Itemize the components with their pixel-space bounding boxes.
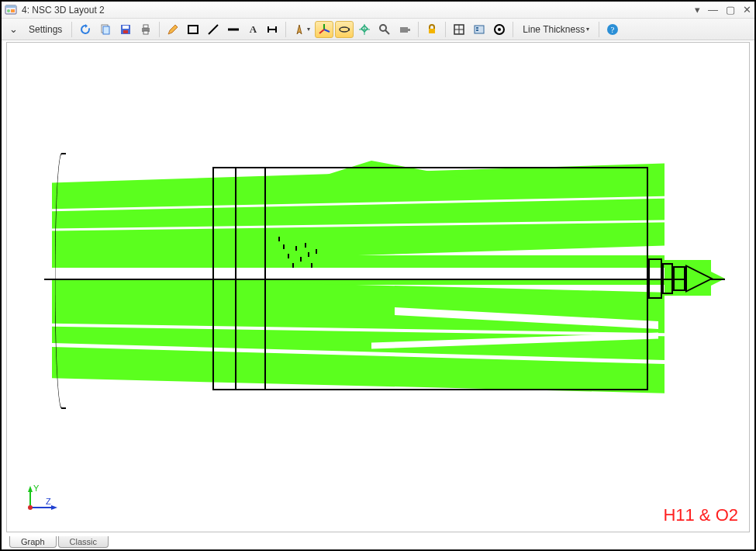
svg-rect-11 (143, 31, 148, 34)
diagonal-line-tool-button[interactable] (204, 21, 223, 38)
svg-rect-10 (143, 25, 148, 28)
pan-view-button[interactable] (355, 21, 374, 38)
axes-triad-icon (318, 23, 330, 36)
svg-marker-42 (51, 505, 57, 510)
save-button[interactable] (116, 21, 135, 38)
toolbar-separator (445, 22, 446, 37)
zoom-button[interactable] (375, 21, 394, 38)
expand-settings-button[interactable]: ⌄ (5, 21, 22, 38)
toolbar: ⌄ Settings (2, 19, 754, 40)
rotate-view-icon (338, 23, 350, 36)
optic-element-outline (648, 258, 662, 299)
target-button[interactable] (490, 21, 509, 38)
zoom-extents-icon (453, 23, 465, 36)
chevron-down-icon: ▾ (307, 26, 310, 33)
line-thickness-dropdown[interactable]: Line Thickness ▾ (517, 21, 595, 38)
tab-graph[interactable]: Graph (9, 536, 57, 548)
minimize-button[interactable]: — (708, 5, 718, 15)
svg-rect-26 (400, 27, 408, 33)
toolbar-separator (513, 22, 513, 37)
camera-view-button[interactable] (395, 21, 414, 38)
compass-tool-icon (293, 23, 306, 36)
text-annotation-icon: A (250, 23, 257, 36)
settings-button[interactable]: Settings (23, 21, 67, 38)
toolbar-separator (418, 22, 419, 37)
lock-view-button[interactable] (423, 21, 441, 38)
toolbar-separator (285, 22, 286, 37)
dimension-tool-button[interactable] (263, 21, 281, 38)
refresh-button[interactable] (76, 21, 95, 38)
line-thickness-label: Line Thickness (523, 24, 585, 35)
window-menu-dropdown[interactable]: ▾ (695, 5, 700, 15)
svg-line-20 (319, 29, 324, 33)
svg-line-25 (385, 30, 389, 34)
camera-view-icon (399, 23, 411, 36)
help-icon: ? (606, 23, 619, 36)
svg-line-19 (324, 29, 330, 32)
lens-surface-outline (55, 153, 67, 409)
rectangle-tool-button[interactable] (184, 21, 202, 38)
copy-button[interactable] (96, 21, 115, 38)
configure-icon (473, 23, 485, 36)
rotate-view-button[interactable] (335, 21, 354, 38)
svg-rect-32 (475, 26, 484, 33)
svg-point-21 (340, 27, 349, 32)
maximize-button[interactable]: ▢ (726, 5, 735, 15)
chevron-down-icon: ⌄ (9, 23, 18, 35)
dimension-icon (266, 23, 278, 36)
configure-button[interactable] (470, 21, 488, 38)
titlebar: 4: NSC 3D Layout 2 ▾ — ▢ ✕ (2, 2, 754, 19)
pencil-draw-icon (167, 23, 179, 36)
optic-element-outline (673, 266, 685, 291)
toolbar-separator (71, 22, 72, 37)
window-title: 4: NSC 3D Layout 2 (22, 5, 105, 16)
axes-triad-button[interactable] (315, 21, 333, 38)
svg-rect-8 (123, 30, 128, 33)
svg-point-36 (498, 28, 501, 31)
zoom-extents-button[interactable] (450, 21, 468, 38)
axis-z-label: Z (46, 497, 51, 506)
lock-view-icon (426, 23, 438, 36)
horizontal-line-tool-button[interactable] (224, 21, 243, 38)
tab-classic[interactable]: Classic (58, 536, 109, 548)
svg-point-2 (7, 9, 10, 12)
help-button[interactable]: ? (603, 21, 622, 38)
svg-point-24 (380, 25, 386, 31)
zoom-magnifier-icon (378, 23, 391, 36)
toolbar-separator (159, 22, 160, 37)
tab-strip: Graph Classic (9, 534, 110, 548)
refresh-icon (79, 23, 91, 36)
svg-line-13 (209, 25, 218, 34)
svg-rect-12 (188, 26, 198, 33)
svg-rect-7 (123, 26, 129, 29)
svg-rect-5 (103, 26, 109, 34)
svg-rect-1 (5, 5, 16, 8)
text-annotation-button[interactable]: A (244, 21, 261, 38)
diagonal-line-icon (207, 23, 219, 36)
target-icon (493, 23, 506, 36)
toolbar-separator (599, 22, 599, 37)
svg-rect-27 (408, 29, 410, 31)
save-icon (119, 23, 132, 36)
layout-3d-viewport[interactable]: Y Z H11 & O2 (6, 42, 750, 532)
copy-clipboard-icon (99, 23, 112, 36)
window-controls: ▾ — ▢ ✕ (695, 5, 751, 15)
svg-marker-40 (28, 486, 33, 492)
optic-element-outline (662, 263, 673, 294)
optical-axis-line (44, 279, 725, 280)
print-button[interactable] (136, 21, 155, 38)
coordinate-triad: Y Z (22, 484, 61, 518)
horizontal-line-icon (227, 23, 240, 36)
svg-rect-34 (476, 29, 478, 31)
svg-rect-33 (476, 27, 478, 29)
compass-tool-button[interactable]: ▾ (290, 21, 313, 38)
pencil-tool-button[interactable] (164, 21, 182, 38)
pan-hand-icon (358, 23, 371, 36)
svg-point-43 (28, 505, 33, 510)
close-button[interactable]: ✕ (743, 5, 751, 15)
beam-exit-cone-outline (685, 265, 713, 293)
app-icon (5, 4, 17, 16)
svg-text:?: ? (611, 25, 615, 34)
svg-rect-28 (429, 29, 435, 33)
axis-y-label: Y (33, 483, 40, 493)
